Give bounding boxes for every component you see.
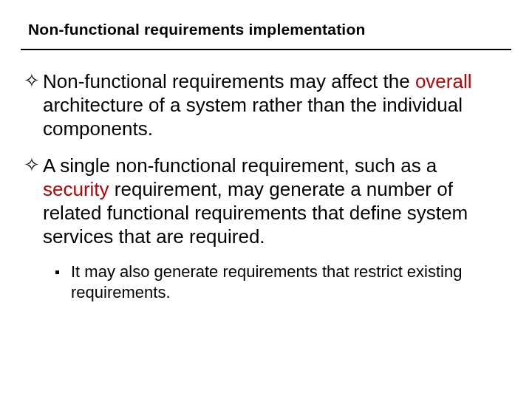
square-icon: ▪ xyxy=(55,262,71,282)
text-segment: A single non-functional requirement, suc… xyxy=(43,154,437,177)
slide-title: Non-functional requirements implementati… xyxy=(28,21,504,38)
bullet-text: A single non-functional requirement, suc… xyxy=(43,154,501,248)
highlight-text: security xyxy=(43,178,109,200)
title-wrap: Non-functional requirements implementati… xyxy=(21,21,511,41)
text-segment: architecture of a system rather than the… xyxy=(43,94,463,140)
sub-bullet-item: ▪ It may also generate requirements that… xyxy=(55,262,501,303)
diamond-icon: ✧ xyxy=(24,154,43,176)
content-area: ✧ Non-functional requirements may affect… xyxy=(21,69,511,303)
diamond-icon: ✧ xyxy=(24,69,43,92)
sub-bullet-text: It may also generate requirements that r… xyxy=(71,262,501,303)
slide: Non-functional requirements implementati… xyxy=(0,0,532,399)
text-segment: Non-functional requirements may affect t… xyxy=(43,70,415,92)
highlight-text: overall xyxy=(415,70,472,92)
divider-line xyxy=(21,49,511,50)
bullet-item: ✧ Non-functional requirements may affect… xyxy=(24,69,501,140)
bullet-text: Non-functional requirements may affect t… xyxy=(43,69,501,140)
bullet-item: ✧ A single non-functional requirement, s… xyxy=(24,154,501,248)
